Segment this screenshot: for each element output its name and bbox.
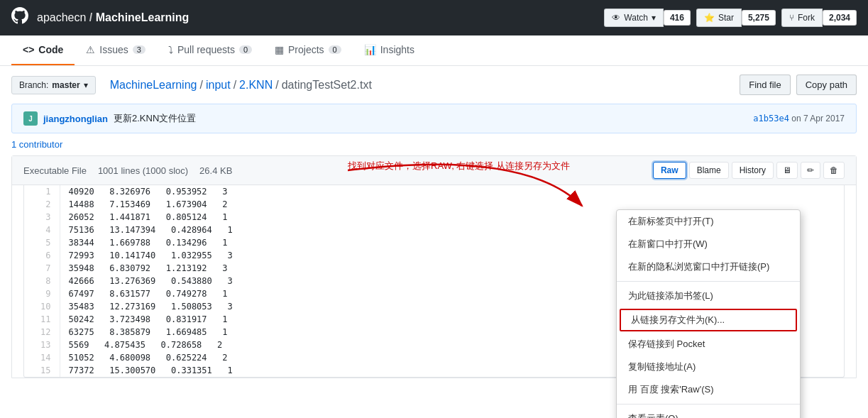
star-count: 5,275 <box>742 10 776 26</box>
issues-badge: 3 <box>133 45 145 54</box>
eye-icon: 👁 <box>612 13 620 23</box>
fork-group: ⑂ Fork 2,034 <box>781 9 857 27</box>
line-number: 4 <box>24 224 60 236</box>
ctx-search-baidu[interactable]: 用 百度 搜索'Raw'(S) <box>617 378 800 401</box>
breadcrumb-current: datingTestSet2.txt <box>282 79 372 92</box>
watch-button[interactable]: 👁 Watch ▾ <box>604 9 664 27</box>
commit-message: 更新2.KNN文件位置 <box>114 112 196 125</box>
sep-1: / <box>199 79 202 92</box>
header: apachecn / MachineLearning 👁 Watch ▾ 416… <box>0 0 868 35</box>
file-stats: Executable File 1001 lines (1000 sloc) 2… <box>23 165 232 176</box>
watch-label: Watch <box>624 13 648 23</box>
line-number: 13 <box>24 339 60 351</box>
project-icon: ▦ <box>275 44 284 55</box>
line-number: 7 <box>24 262 60 275</box>
commit-sha[interactable]: a1b53e4 <box>753 114 789 123</box>
breadcrumb-repo[interactable]: MachineLearning <box>110 79 197 92</box>
projects-badge: 0 <box>329 45 341 54</box>
tab-projects[interactable]: ▦ Projects 0 <box>263 35 353 65</box>
ctx-bookmark[interactable]: 为此链接添加书签(L) <box>617 285 800 307</box>
fork-button[interactable]: ⑂ Fork <box>781 9 823 27</box>
tab-code-label: Code <box>38 44 63 55</box>
copy-path-button[interactable]: Copy path <box>796 75 857 95</box>
page-wrapper: apachecn / MachineLearning 👁 Watch ▾ 416… <box>0 0 868 418</box>
repo-actions: 👁 Watch ▾ 416 ⭐ Star 5,275 ⑂ Fork <box>604 9 857 27</box>
branch-name: master <box>52 80 79 90</box>
file-lines: 1001 lines (1000 sloc) <box>98 165 188 176</box>
tab-insights[interactable]: 📊 Insights <box>353 35 426 65</box>
breadcrumb-input[interactable]: input <box>206 79 231 92</box>
watch-count: 416 <box>664 10 691 26</box>
pr-icon: ⤵ <box>168 44 173 55</box>
commit-meta: a1b53e4 on 7 Apr 2017 <box>753 114 845 123</box>
file-actions: Raw Blame History 🖥 ✏ 🗑 <box>653 162 845 179</box>
ctx-open-private[interactable]: 在新的隐私浏览窗口中打开链接(P) <box>617 255 800 278</box>
fork-icon: ⑂ <box>789 13 794 23</box>
contributor-link[interactable]: 1 contributor <box>11 139 62 150</box>
tab-issues-label: Issues <box>99 44 128 55</box>
watch-group: 👁 Watch ▾ 416 <box>604 9 691 27</box>
repo-title: MachineLearning <box>96 11 189 23</box>
line-number: 1 <box>24 185 60 198</box>
branch-label: Branch: <box>19 80 48 90</box>
breadcrumb-actions: Find file Copy path <box>740 75 857 95</box>
ctx-save-pocket[interactable]: 保存链接到 Pocket <box>617 333 800 356</box>
fork-count: 2,034 <box>823 10 857 26</box>
commit-bar: J jiangzhonglian 更新2.KNN文件位置 a1b53e4 on … <box>11 104 857 133</box>
branch-selector[interactable]: Branch: master ▾ <box>11 76 96 94</box>
github-icon <box>11 7 28 28</box>
star-group: ⭐ Star 5,275 <box>696 9 776 27</box>
file-size: 26.4 KB <box>199 165 232 176</box>
star-label: Star <box>718 13 734 23</box>
find-file-button[interactable]: Find file <box>740 75 791 95</box>
file-meta: Executable File 1001 lines (1000 sloc) 2… <box>12 156 856 185</box>
line-number: 15 <box>24 364 60 377</box>
blame-button[interactable]: Blame <box>689 162 729 179</box>
line-number: 5 <box>24 236 60 249</box>
line-number: 9 <box>24 287 60 300</box>
ctx-save-as[interactable]: 从链接另存文件为(K)... <box>620 309 797 331</box>
avatar: J <box>23 111 38 126</box>
table-row: 1 40920 8.326976 0.953952 3 <box>24 185 844 198</box>
line-number: 6 <box>24 249 60 262</box>
tab-insights-label: Insights <box>380 44 414 55</box>
line-code: 40920 8.326976 0.953952 3 <box>60 185 844 198</box>
ctx-open-tab[interactable]: 在新标签页中打开(T) <box>617 210 800 233</box>
ctx-open-window[interactable]: 在新窗口中打开(W) <box>617 233 800 255</box>
history-button[interactable]: History <box>732 162 774 179</box>
line-number: 12 <box>24 326 60 339</box>
tab-pull-requests[interactable]: ⤵ Pull requests 0 <box>157 35 263 65</box>
star-button[interactable]: ⭐ Star <box>696 9 742 27</box>
branch-caret-icon: ▾ <box>84 80 88 90</box>
line-number: 2 <box>24 198 60 211</box>
star-icon: ⭐ <box>704 13 715 23</box>
insights-icon: 📊 <box>364 44 376 55</box>
nav-tabs: <> Code ⚠ Issues 3 ⤵ Pull requests 0 ▦ P… <box>0 35 868 66</box>
line-number: 3 <box>24 211 60 224</box>
delete-button[interactable]: 🗑 <box>823 162 845 179</box>
tab-code[interactable]: <> Code <box>11 35 75 65</box>
raw-button[interactable]: Raw <box>653 162 686 179</box>
pr-badge: 0 <box>239 45 252 54</box>
org-name: apachecn <box>37 11 86 23</box>
breadcrumb-knn[interactable]: 2.KNN <box>239 79 273 92</box>
divider-1 <box>617 281 800 282</box>
tab-pr-label: Pull requests <box>177 44 235 55</box>
edit-button[interactable]: ✏ <box>801 162 820 179</box>
commit-author[interactable]: jiangzhonglian <box>43 114 108 124</box>
tab-projects-label: Projects <box>288 44 324 55</box>
desktop-button[interactable]: 🖥 <box>776 162 798 179</box>
tab-issues[interactable]: ⚠ Issues 3 <box>75 35 157 65</box>
ctx-copy-link[interactable]: 复制链接地址(A) <box>617 356 800 378</box>
sep-3: / <box>275 79 278 92</box>
breadcrumb: MachineLearning / input / 2.KNN / dating… <box>110 79 372 92</box>
ctx-inspect[interactable]: 查看元素(Q) <box>617 407 800 418</box>
contributor-bar: 1 contributor <box>0 133 868 155</box>
fork-label: Fork <box>798 13 815 23</box>
code-icon: <> <box>23 44 34 55</box>
file-type: Executable File <box>23 165 87 176</box>
commit-date: on 7 Apr 2017 <box>791 114 845 123</box>
watch-caret-icon: ▾ <box>652 13 656 23</box>
context-menu-container: 在新标签页中打开(T) 在新窗口中打开(W) 在新的隐私浏览窗口中打开链接(P)… <box>616 209 801 418</box>
divider-2 <box>617 404 800 405</box>
